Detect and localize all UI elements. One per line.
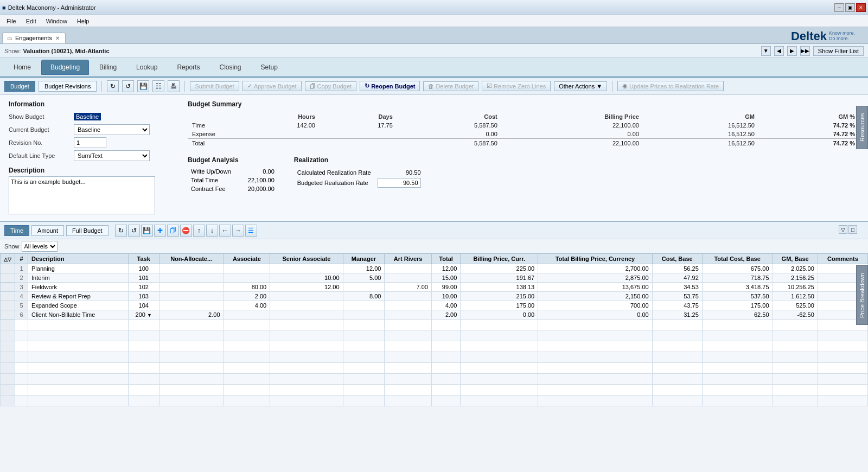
cell-total-cost-base[interactable]: 175.00 xyxy=(702,301,773,310)
cell-non-alloc[interactable] xyxy=(159,273,224,283)
tab-engagements[interactable]: ▭ Engagements ✕ xyxy=(2,33,66,43)
description-textarea[interactable]: This is an example budget... xyxy=(9,176,155,214)
table-row[interactable]: 5 Expanded Scope 104▼ 4.00 4.00 175.00 7… xyxy=(1,301,868,310)
lower-undo-button[interactable]: ↺ xyxy=(128,225,140,237)
col-task[interactable]: Task xyxy=(128,254,159,264)
cell-total-billing[interactable]: 13,675.00 xyxy=(538,283,652,292)
row-selector[interactable] xyxy=(1,310,15,320)
col-gm-base[interactable]: GM, Base xyxy=(773,254,818,264)
default-line-type-select[interactable]: Sum/Text xyxy=(74,150,150,161)
cell-non-alloc[interactable] xyxy=(159,301,224,310)
tab-billing[interactable]: Billing xyxy=(90,60,126,75)
row-selector[interactable] xyxy=(1,301,15,310)
cell-gm-base[interactable]: 10,256.25 xyxy=(773,283,818,292)
cell-total-billing[interactable]: 2,875.00 xyxy=(538,273,652,283)
cell-cost-base[interactable]: 53.75 xyxy=(652,292,702,301)
cell-gm-base[interactable]: 525.00 xyxy=(773,301,818,310)
nav-prev-button[interactable]: ◀ xyxy=(774,46,784,56)
row-selector[interactable] xyxy=(1,292,15,301)
cell-gm-base[interactable]: 1,612.50 xyxy=(773,292,818,301)
cell-description[interactable]: Planning xyxy=(28,264,129,273)
cell-senior-assoc[interactable] xyxy=(270,301,343,310)
minimize-button[interactable]: – xyxy=(834,3,844,12)
cell-task[interactable]: 200 ▼ xyxy=(128,310,159,320)
cell-total[interactable]: 99.00 xyxy=(431,283,460,292)
cell-task[interactable]: 101▼ xyxy=(128,273,159,283)
cell-total-cost-base[interactable]: 3,418.75 xyxy=(702,283,773,292)
cell-description[interactable]: Interim xyxy=(28,273,129,283)
tab-close-button[interactable]: ✕ xyxy=(55,35,60,41)
cell-manager[interactable]: 5.00 xyxy=(343,273,385,283)
cell-senior-assoc[interactable] xyxy=(270,264,343,273)
remove-zero-lines-button[interactable]: ☑ Remove Zero Lines xyxy=(482,81,551,91)
cell-senior-assoc[interactable] xyxy=(270,292,343,301)
lower-indent-button[interactable]: ← xyxy=(219,225,231,237)
cell-manager[interactable] xyxy=(343,310,385,320)
lower-move-down-button[interactable]: ↓ xyxy=(206,225,218,237)
cell-cost-base[interactable]: 43.75 xyxy=(652,301,702,310)
toolbar-save-button[interactable]: 💾 xyxy=(137,80,149,92)
col-sort-icon[interactable]: △▽ xyxy=(1,254,15,264)
tab-reports[interactable]: Reports xyxy=(168,60,209,75)
cell-cost-base[interactable]: 56.25 xyxy=(652,264,702,273)
cell-associate[interactable]: 2.00 xyxy=(224,292,270,301)
cell-total-billing[interactable]: 2,700.00 xyxy=(538,264,652,273)
cell-manager[interactable] xyxy=(343,283,385,292)
show-filter-list-button[interactable]: Show Filter List xyxy=(813,46,864,56)
col-non-alloc[interactable]: Non-Allocate... xyxy=(159,254,224,264)
col-billing-curr[interactable]: Billing Price, Curr. xyxy=(461,254,538,264)
tab-home[interactable]: Home xyxy=(4,60,40,75)
lower-save-button[interactable]: 💾 xyxy=(141,225,153,237)
cell-manager[interactable]: 12.00 xyxy=(343,264,385,273)
cell-gm-base[interactable]: 2,156.25 xyxy=(773,273,818,283)
sub-tab-budget[interactable]: Budget xyxy=(4,81,35,92)
cell-non-alloc[interactable] xyxy=(159,292,224,301)
show-levels-select[interactable]: All levels Level 1 Level 2 Level 3 xyxy=(22,241,58,252)
cell-total-billing[interactable]: 700.00 xyxy=(538,301,652,310)
nav-dropdown-button[interactable]: ▼ xyxy=(761,46,771,56)
table-row[interactable]: 1 Planning 100▼ 12.00 12.00 225.00 2,700… xyxy=(1,264,868,273)
cell-billing-curr[interactable]: 215.00 xyxy=(461,292,538,301)
approve-budget-button[interactable]: ✓ Approve Budget xyxy=(242,81,302,91)
table-row[interactable]: 3 Fieldwork 102▼ 80.00 12.00 7.00 99.00 … xyxy=(1,283,868,292)
cell-gm-base[interactable]: 2,025.00 xyxy=(773,264,818,273)
lower-copy-row-button[interactable]: 🗍 xyxy=(167,225,179,237)
cell-associate[interactable] xyxy=(224,264,270,273)
lower-outdent-button[interactable]: → xyxy=(232,225,244,237)
col-associate[interactable]: Associate xyxy=(224,254,270,264)
col-cost-base[interactable]: Cost, Base xyxy=(652,254,702,264)
current-budget-select[interactable]: Baseline xyxy=(74,124,150,135)
lower-refresh-button[interactable]: ↻ xyxy=(115,225,127,237)
restore-button[interactable]: ▣ xyxy=(845,3,855,12)
realization-budgeted-input-cell[interactable] xyxy=(374,177,424,189)
expand-button[interactable]: □ xyxy=(848,225,857,234)
cell-associate[interactable]: 4.00 xyxy=(224,301,270,310)
show-budget-value[interactable]: Baseline xyxy=(74,113,101,120)
cell-total[interactable]: 12.00 xyxy=(431,264,460,273)
cell-task[interactable]: 104▼ xyxy=(128,301,159,310)
cell-total-cost-base[interactable]: 718.75 xyxy=(702,273,773,283)
cell-cost-base[interactable]: 31.25 xyxy=(652,310,702,320)
cell-associate[interactable] xyxy=(224,273,270,283)
cell-art-rivers[interactable] xyxy=(385,273,431,283)
menu-file[interactable]: File xyxy=(2,17,21,25)
table-row[interactable]: 4 Review & Report Prep 103▼ 2.00 8.00 10… xyxy=(1,292,868,301)
cell-art-rivers[interactable] xyxy=(385,264,431,273)
table-row[interactable]: 6 Client Non-Billable Time 200 ▼ 2.00 2.… xyxy=(1,310,868,320)
lower-tab-amount[interactable]: Amount xyxy=(31,225,64,236)
toolbar-undo-button[interactable]: ↺ xyxy=(122,80,134,92)
submit-budget-button[interactable]: Submit Budget xyxy=(190,81,239,91)
collapse-button[interactable]: ▽ xyxy=(839,225,847,234)
close-button[interactable]: ✕ xyxy=(856,3,866,12)
cell-description[interactable]: Fieldwork xyxy=(28,283,129,292)
cell-description[interactable]: Expanded Scope xyxy=(28,301,129,310)
lower-tab-full-budget[interactable]: Full Budget xyxy=(66,225,108,236)
tab-setup[interactable]: Setup xyxy=(252,60,287,75)
nav-filter-button[interactable]: ▶▶ xyxy=(800,46,810,56)
col-comments[interactable]: Comments xyxy=(818,254,867,264)
menu-edit[interactable]: Edit xyxy=(22,17,41,25)
col-description[interactable]: Description xyxy=(28,254,129,264)
lower-columns-button[interactable]: ☰ xyxy=(245,225,257,237)
lower-delete-row-button[interactable]: ⛔ xyxy=(180,225,192,237)
cell-senior-assoc[interactable]: 12.00 xyxy=(270,283,343,292)
